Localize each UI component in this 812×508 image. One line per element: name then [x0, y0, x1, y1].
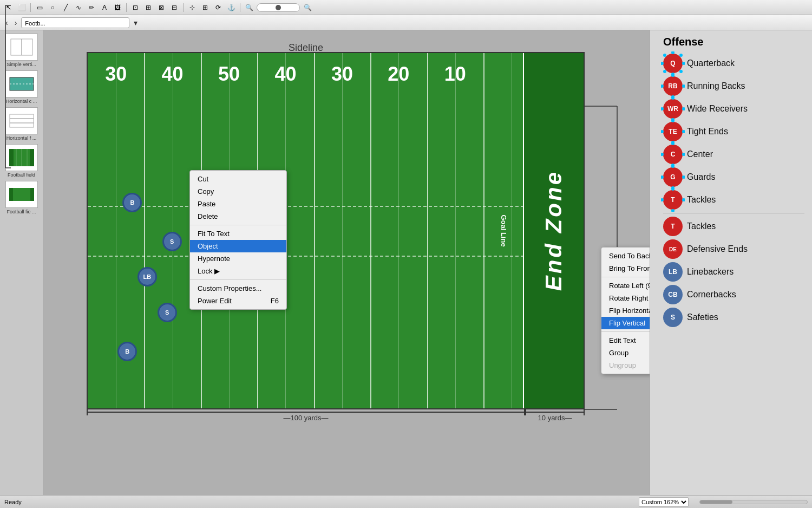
submenu-section-custom: Custom Properties... Power EditF6 — [190, 280, 286, 309]
submenu-lock[interactable]: Lock ▶ — [190, 265, 286, 277]
toolbar-icon-grid[interactable]: ⊞ — [200, 2, 211, 13]
submenu-paste[interactable]: Paste — [190, 198, 286, 210]
submenu-object[interactable]: Object — [190, 240, 286, 252]
measure-10-label: 10 yards— — [538, 414, 572, 422]
submenu-custom-properties[interactable]: Custom Properties... — [190, 282, 286, 295]
toolbar-icon-ungroup[interactable]: ⊟ — [169, 2, 180, 13]
safeties-label: Safeties — [687, 312, 718, 322]
panel-item-tackles-off[interactable]: T Tackles — [663, 190, 804, 210]
nav-forward-button[interactable]: › — [12, 18, 19, 27]
toolbar-icon-curve[interactable]: ∿ — [73, 2, 84, 13]
right-panel: Offense Q Quarterback — [650, 30, 812, 508]
svg-rect-15 — [30, 188, 34, 201]
submenu-fit-to-text[interactable]: Fit To Text — [190, 227, 286, 240]
context-menu-ungroup[interactable]: Ungroup — [601, 359, 650, 372]
t-def-token: T — [663, 217, 683, 236]
sidebar-item-football-fie2[interactable]: Football fie ... — [3, 181, 40, 214]
context-menu-send-to-back[interactable]: Send To Back ⌥⌘B — [601, 250, 650, 262]
panel-item-defensive-ends[interactable]: DE Defensive Ends — [663, 239, 804, 259]
toolbar: ↖ ⬜ ▭ ○ ╱ ∿ ✏ A 🖼 ⊡ ⊞ ⊠ ⊟ ⊹ ⊞ ⟳ ⚓ 🔍 🔍 — [0, 0, 812, 15]
toolbar-icon-pencil[interactable]: ✏ — [86, 2, 97, 13]
panel-item-guards[interactable]: G Guards — [663, 167, 804, 187]
zoom-slider[interactable] — [257, 3, 300, 12]
g-token: G — [663, 167, 683, 187]
c-token-wrapper: C — [663, 145, 683, 164]
context-menu-rotate-left[interactable]: Rotate Left (90°) ⌘L — [601, 279, 650, 292]
tight-ends-label: Tight Ends — [687, 127, 728, 136]
submenu-delete[interactable]: Delete — [190, 210, 286, 223]
toolbar-icon-distribute[interactable]: ⊞ — [143, 2, 154, 13]
panel-item-quarterback[interactable]: Q Quarterback — [663, 54, 804, 73]
context-menu-edit-text[interactable]: Edit Text F5 — [601, 334, 650, 347]
player-token-b2[interactable]: B — [117, 342, 137, 361]
tackles-def-label: Tackles — [687, 222, 716, 231]
panel-item-tight-ends[interactable]: TE Tight Ends — [663, 122, 804, 141]
toolbar-icon-line[interactable]: ╱ — [60, 2, 71, 13]
s-token: S — [663, 308, 683, 327]
football-field[interactable]: 30 40 50 40 30 20 10 End Zone Goal Line … — [87, 52, 585, 409]
measure-100-container: —100 yards— — [87, 412, 525, 425]
context-menu-flip-horizontal[interactable]: Flip Horizontal — [601, 304, 650, 317]
submenu-section-props: Fit To Text Object Hypernote Lock ▶ — [190, 225, 286, 280]
end-zone: End Zone — [524, 53, 584, 408]
sidebar-label-football-field: Football field — [8, 172, 35, 178]
context-menu-bring-to-front[interactable]: Bring To Front ⌥⌘F — [601, 262, 650, 275]
zoom-select[interactable]: Custom 162% 100% 150% 200% — [639, 497, 689, 507]
toolbar-icon-snap[interactable]: ⊹ — [187, 2, 198, 13]
status-label: Ready — [4, 499, 22, 505]
canvas-area[interactable]: Sideline — [43, 30, 650, 508]
context-menu-group[interactable]: Group ⌘G — [601, 347, 650, 359]
guards-label: Guards — [687, 172, 715, 182]
context-menu-rotate-right[interactable]: Rotate Right (90°) ⌘R — [601, 292, 650, 304]
nav-path[interactable]: Footb... — [21, 17, 129, 28]
toolbar-icon-zoom-in[interactable]: 🔍 — [244, 2, 254, 13]
toolbar-icon-connect[interactable]: ⟳ — [213, 2, 224, 13]
context-menu: Send To Back ⌥⌘B Bring To Front ⌥⌘F Rota… — [601, 247, 650, 374]
toolbar-sep-2 — [126, 3, 127, 12]
toolbar-icon-anchor[interactable]: ⚓ — [226, 2, 237, 13]
de-token-wrapper: DE — [663, 239, 683, 259]
zoom-control[interactable]: Custom 162% 100% 150% 200% — [639, 497, 689, 507]
nav-dropdown-button[interactable]: ▾ — [132, 18, 140, 27]
g-token-wrapper: G — [663, 167, 683, 187]
toolbar-icon-rect[interactable]: ▭ — [34, 2, 45, 13]
measure-100-left-tick — [87, 409, 88, 415]
submenu-hypernote[interactable]: Hypernote — [190, 252, 286, 265]
panel-item-center[interactable]: C Center — [663, 145, 804, 164]
panel-item-safeties[interactable]: S Safeties — [663, 308, 804, 327]
toolbar-icon-select[interactable]: ⬜ — [16, 2, 27, 13]
player-token-lb[interactable]: LB — [137, 267, 157, 286]
wr-token: WR — [663, 99, 683, 119]
lb-token-wrapper: LB — [663, 262, 683, 282]
cb-token-wrapper: CB — [663, 285, 683, 304]
submenu-cut[interactable]: Cut — [190, 173, 286, 185]
toolbar-icon-zoom-out[interactable]: 🔍 — [302, 2, 313, 13]
panel-item-linebackers[interactable]: LB Linebackers — [663, 262, 804, 282]
sidebar-thumb-football-fie2 — [5, 181, 38, 208]
toolbar-icon-circle[interactable]: ○ — [47, 2, 58, 13]
toolbar-icon-group[interactable]: ⊠ — [156, 2, 167, 13]
player-token-s2[interactable]: S — [158, 303, 177, 322]
lb-token: LB — [663, 262, 683, 282]
toolbar-icon-text[interactable]: A — [99, 2, 110, 13]
player-token-s1[interactable]: S — [162, 232, 182, 251]
cornerbacks-label: Cornerbacks — [687, 290, 736, 299]
panel-divider — [663, 213, 804, 213]
toolbar-icon-align-left[interactable]: ⊡ — [130, 2, 141, 13]
player-token-b1[interactable]: B — [122, 193, 142, 212]
panel-item-tackles-def[interactable]: T Tackles — [663, 217, 804, 236]
scrollbar-horizontal[interactable] — [699, 500, 808, 504]
context-menu-flip-vertical[interactable]: Flip Vertical ⌥⌘J — [601, 317, 650, 329]
panel-item-running-backs[interactable]: RB Running Backs — [663, 76, 804, 96]
submenu-copy[interactable]: Copy — [190, 185, 286, 198]
yard-num-30b: 30 — [331, 63, 353, 86]
yard-num-40a: 40 — [162, 63, 184, 86]
panel-item-cornerbacks[interactable]: CB Cornerbacks — [663, 285, 804, 304]
panel-item-wide-receivers[interactable]: WR Wide Receivers — [663, 99, 804, 119]
offense-title: Offense — [663, 36, 804, 48]
toolbar-icon-image[interactable]: 🖼 — [112, 2, 123, 13]
field-container: 30 40 50 40 30 20 10 End Zone Goal Line … — [87, 52, 585, 425]
cb-token: CB — [663, 285, 683, 304]
toolbar-sep-1 — [30, 3, 31, 12]
submenu-power-edit[interactable]: Power EditF6 — [190, 295, 286, 307]
